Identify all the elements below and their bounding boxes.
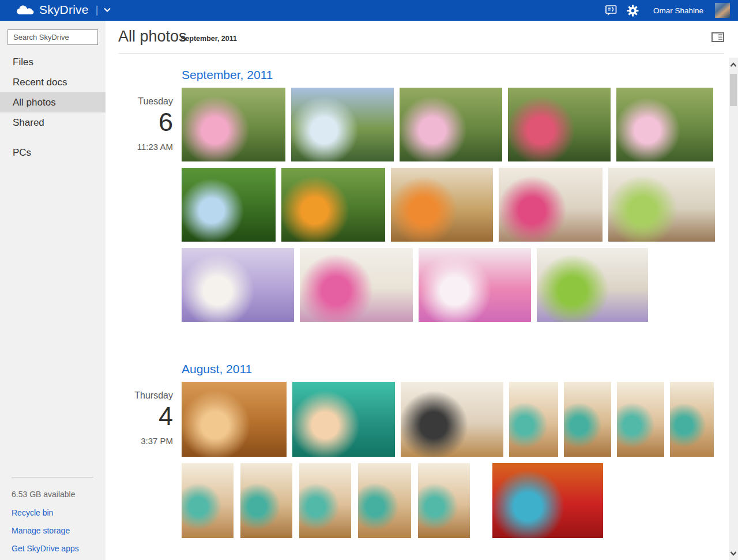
month-header[interactable]: September, 2011: [182, 68, 729, 84]
photo-thumbnail[interactable]: [182, 382, 287, 457]
photo-row: [182, 248, 729, 322]
sidebar: FilesRecent docsAll photosSharedPCs 6.53…: [0, 21, 106, 560]
photo-thumbnail[interactable]: [182, 463, 234, 538]
date-label: Tuesday611:23 AM: [106, 96, 173, 152]
storage-available-text: 6.53 GB available: [12, 490, 76, 499]
photo-thumbnail[interactable]: [670, 382, 714, 457]
sidebar-item-recent-docs[interactable]: Recent docs: [0, 72, 106, 92]
date-day-number: 6: [106, 108, 173, 136]
get-skydrive-apps-link[interactable]: Get SkyDrive apps: [12, 544, 79, 553]
logo-separator: |: [96, 4, 99, 16]
photo-thumbnail[interactable]: [616, 88, 713, 161]
photo-row: [182, 168, 729, 242]
skydrive-logo[interactable]: SkyDrive |: [15, 3, 111, 17]
date-day-number: 4: [106, 403, 173, 430]
photo-row: [182, 88, 729, 161]
sidebar-nav: FilesRecent docsAll photosSharedPCs: [0, 52, 106, 163]
sidebar-item-all-photos[interactable]: All photos: [0, 92, 106, 112]
scroll-down-button[interactable]: [729, 548, 738, 558]
date-time: 11:23 AM: [106, 142, 173, 152]
photo-thumbnail[interactable]: [292, 382, 395, 457]
recycle-bin-link[interactable]: Recycle bin: [12, 508, 53, 517]
photo-thumbnail[interactable]: [537, 248, 648, 322]
app-name: SkyDrive: [39, 3, 89, 17]
page-subtitle: September, 2011: [180, 35, 237, 43]
user-name[interactable]: Omar Shahine: [653, 6, 703, 15]
photo-thumbnail[interactable]: [419, 248, 531, 322]
sidebar-divider: [12, 477, 93, 478]
photo-row: [182, 382, 729, 457]
photo-thumbnail[interactable]: [182, 248, 294, 322]
photo-thumbnail[interactable]: [564, 382, 611, 457]
photo-thumbnail[interactable]: [358, 463, 411, 538]
avatar[interactable]: [715, 3, 730, 18]
photo-thumbnail[interactable]: [492, 463, 603, 538]
details-pane-toggle-icon[interactable]: [711, 32, 724, 42]
photo-thumbnail[interactable]: [391, 168, 493, 242]
skydrive-window: SkyDrive |: [0, 0, 738, 560]
date-time: 3:37 PM: [106, 436, 173, 446]
photo-thumbnail[interactable]: [300, 248, 413, 322]
top-app-bar: SkyDrive |: [0, 0, 738, 21]
date-weekday: Tuesday: [106, 96, 173, 107]
gear-icon[interactable]: [627, 4, 639, 17]
search-input[interactable]: [8, 33, 115, 42]
photo-timeline: September, 2011Tuesday611:23 AMAugust, 2…: [106, 54, 729, 560]
photo-thumbnail[interactable]: [509, 382, 558, 457]
feedback-smiley-icon[interactable]: [605, 4, 617, 17]
photo-thumbnail[interactable]: [608, 168, 715, 242]
scroll-up-button[interactable]: [729, 60, 738, 69]
sidebar-item-pcs[interactable]: PCs: [0, 142, 106, 163]
sidebar-item-shared[interactable]: Shared: [0, 112, 106, 133]
date-weekday: Thursday: [106, 390, 173, 401]
photo-thumbnail[interactable]: [499, 168, 603, 242]
search-box: [7, 29, 98, 45]
scrollbar-thumb[interactable]: [730, 74, 737, 106]
cloud-logo-icon: [15, 3, 35, 17]
photo-thumbnail[interactable]: [400, 88, 502, 161]
month-group-august-2011: August, 2011Thursday43:37 PM: [106, 362, 729, 538]
date-label: Thursday43:37 PM: [106, 390, 173, 446]
photo-thumbnail[interactable]: [182, 88, 285, 161]
month-header[interactable]: August, 2011: [182, 362, 729, 378]
photo-thumbnail[interactable]: [291, 88, 394, 161]
photo-thumbnail[interactable]: [508, 88, 611, 161]
photo-thumbnail[interactable]: [240, 463, 292, 538]
photo-thumbnail[interactable]: [182, 168, 276, 242]
photo-thumbnail[interactable]: [281, 168, 385, 242]
photo-row: [182, 463, 729, 538]
photo-thumbnail[interactable]: [401, 382, 503, 457]
scrollbar[interactable]: [729, 58, 738, 560]
page-title: All photos: [118, 28, 187, 46]
month-group-september-2011: September, 2011Tuesday611:23 AM: [106, 68, 729, 322]
photo-thumbnail[interactable]: [617, 382, 664, 457]
photo-thumbnail[interactable]: [418, 463, 470, 538]
chevron-down-icon[interactable]: [103, 7, 111, 13]
main-panel: All photos September, 2011 September, 20…: [106, 21, 738, 560]
manage-storage-link[interactable]: Manage storage: [12, 526, 70, 535]
photo-thumbnail[interactable]: [299, 463, 351, 538]
sidebar-item-files[interactable]: Files: [0, 52, 106, 72]
